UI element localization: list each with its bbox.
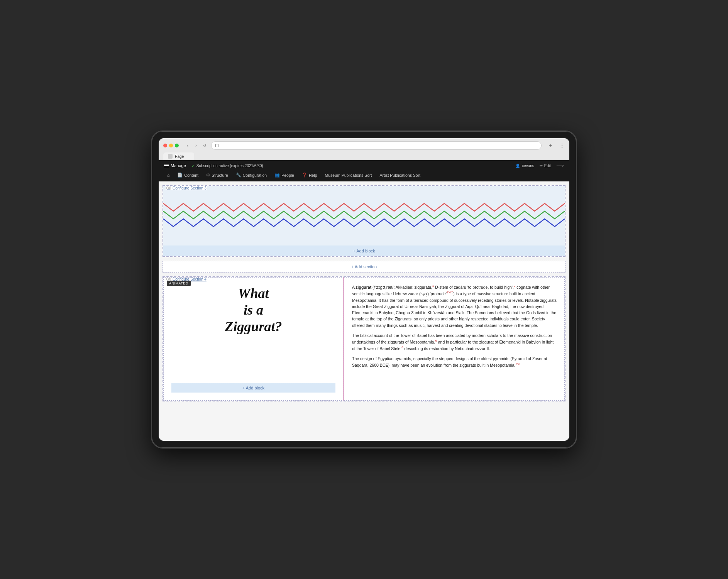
add-block-left[interactable]: + Add block bbox=[171, 383, 335, 393]
check-icon: ✓ bbox=[191, 163, 195, 168]
add-section-label: + Add section bbox=[351, 264, 377, 269]
section-3-title: Configure Section 3 bbox=[173, 186, 207, 190]
green-zigzag bbox=[163, 211, 565, 219]
nav-artist-pub-label: Artist Publications Sort bbox=[380, 173, 421, 178]
people-icon: 👥 bbox=[274, 173, 280, 178]
lock-icon bbox=[215, 144, 218, 147]
back-button[interactable]: ‹ bbox=[184, 142, 191, 149]
browser-tabs: Page bbox=[163, 152, 565, 160]
tab-favicon bbox=[168, 154, 173, 159]
nav-item-content[interactable]: 📄 Content bbox=[174, 171, 201, 179]
browser-chrome: ‹ › ↺ + ⋮ Page bbox=[159, 138, 569, 160]
forward-button[interactable]: › bbox=[193, 142, 200, 149]
content-divider bbox=[352, 373, 475, 373]
address-bar[interactable] bbox=[211, 141, 542, 150]
cms-content: ✕ Configure Section 3 + bbox=[159, 181, 569, 441]
nav-item-home[interactable]: ⌂ bbox=[164, 171, 173, 179]
new-tab-button[interactable]: + bbox=[546, 141, 555, 150]
red-zigzag bbox=[163, 203, 565, 211]
reload-button[interactable]: ↺ bbox=[201, 142, 208, 149]
nav-help-label: Help bbox=[309, 173, 317, 178]
maximize-button[interactable] bbox=[175, 144, 179, 147]
nav-people-label: People bbox=[281, 173, 294, 178]
animated-badge: ANIMATED bbox=[167, 281, 191, 286]
topbar-right: 👤 cevans ✏ Edit ⟶ bbox=[515, 163, 564, 169]
user-info: 👤 cevans bbox=[515, 164, 534, 168]
ziggurat-title: What is a Ziggurat? bbox=[225, 285, 282, 335]
zigzag-display bbox=[163, 186, 565, 245]
nav-item-structure[interactable]: ⚙ Structure bbox=[203, 171, 231, 179]
nav-item-help[interactable]: ❓ Help bbox=[299, 171, 320, 179]
nav-item-configuration[interactable]: 🔧 Configuration bbox=[233, 171, 270, 179]
content-icon: 📄 bbox=[177, 173, 183, 178]
configuration-icon: 🔧 bbox=[236, 173, 241, 178]
content-para-3: The design of Egyptian pyramids, especia… bbox=[352, 356, 557, 368]
tab-title: Page bbox=[175, 154, 184, 159]
username: cevans bbox=[522, 164, 534, 168]
add-section-bar[interactable]: + Add section bbox=[163, 261, 565, 273]
nav-museum-pub-label: Museum Publications Sort bbox=[325, 173, 372, 178]
nav-item-museum-pub[interactable]: Museum Publications Sort bbox=[322, 171, 375, 179]
add-block-section3[interactable]: + Add block bbox=[163, 245, 565, 256]
manage-label: Manage bbox=[171, 163, 186, 168]
structure-icon: ⚙ bbox=[206, 173, 210, 178]
add-block-left-label: + Add block bbox=[242, 386, 264, 390]
zigzag-svg bbox=[163, 198, 565, 236]
subscription-label: Subscription active (expires 2021/6/30) bbox=[196, 164, 263, 168]
nav-content-label: Content bbox=[184, 173, 198, 178]
active-tab[interactable]: Page bbox=[163, 152, 194, 160]
add-block-section3-label: + Add block bbox=[353, 249, 375, 253]
animated-label: ANIMATED bbox=[169, 281, 188, 285]
section-4-container: ✕ Configure Section 4 ANIMATED What is a… bbox=[163, 276, 565, 401]
title-line2: is a bbox=[244, 302, 263, 318]
nav-configuration-label: Configuration bbox=[243, 173, 267, 178]
traffic-lights bbox=[163, 144, 179, 147]
edit-label: Edit bbox=[544, 164, 551, 168]
section-3-container: ✕ Configure Section 3 + bbox=[163, 185, 565, 257]
col-right: A ziggurat (/ˈzɪɡʊˌræt/; Akkadian: ziqqu… bbox=[344, 277, 565, 401]
pencil-icon: ✏ bbox=[540, 164, 543, 168]
browser-titlebar: ‹ › ↺ + ⋮ bbox=[163, 141, 565, 150]
subscription-status: ✓ Subscription active (expires 2021/6/30… bbox=[191, 163, 263, 168]
browser-nav: ‹ › ↺ bbox=[184, 142, 208, 149]
home-icon: ⌂ bbox=[167, 173, 169, 178]
nav-structure-label: Structure bbox=[212, 173, 228, 178]
user-icon: 👤 bbox=[515, 164, 520, 168]
minimize-button[interactable] bbox=[169, 144, 173, 147]
content-para-2: The biblical account of the Tower of Bab… bbox=[352, 332, 557, 352]
close-button[interactable] bbox=[163, 144, 167, 147]
blue-zigzag bbox=[163, 219, 565, 227]
signout-icon[interactable]: ⟶ bbox=[556, 163, 564, 169]
device-frame: ‹ › ↺ + ⋮ Page bbox=[152, 131, 576, 448]
manage-button[interactable]: Manage bbox=[164, 163, 186, 168]
cms-topbar: Manage ✓ Subscription active (expires 20… bbox=[159, 160, 569, 171]
hamburger-icon bbox=[164, 164, 169, 168]
nav-item-people[interactable]: 👥 People bbox=[271, 171, 297, 179]
two-col-layout: ANIMATED What is a Ziggurat? + Add block bbox=[163, 277, 565, 401]
help-icon: ❓ bbox=[302, 173, 307, 178]
cms-nav: ⌂ 📄 Content ⚙ Structure 🔧 Configuration … bbox=[159, 171, 569, 181]
section-3-close[interactable]: ✕ bbox=[166, 186, 171, 190]
title-line1: What bbox=[238, 286, 269, 301]
section-3-label[interactable]: ✕ Configure Section 3 bbox=[166, 186, 207, 190]
content-para-1: A ziggurat (/ˈzɪɡʊˌræt/; Akkadian: ziqqu… bbox=[352, 284, 557, 328]
title-line3: Ziggurat? bbox=[225, 319, 282, 334]
edit-button[interactable]: ✏ Edit bbox=[540, 164, 551, 168]
nav-item-artist-pub[interactable]: Artist Publications Sort bbox=[377, 171, 424, 179]
menu-button[interactable]: ⋮ bbox=[559, 142, 565, 149]
browser-window: ‹ › ↺ + ⋮ Page bbox=[159, 138, 569, 441]
col-left: ANIMATED What is a Ziggurat? + Add block bbox=[163, 277, 344, 401]
